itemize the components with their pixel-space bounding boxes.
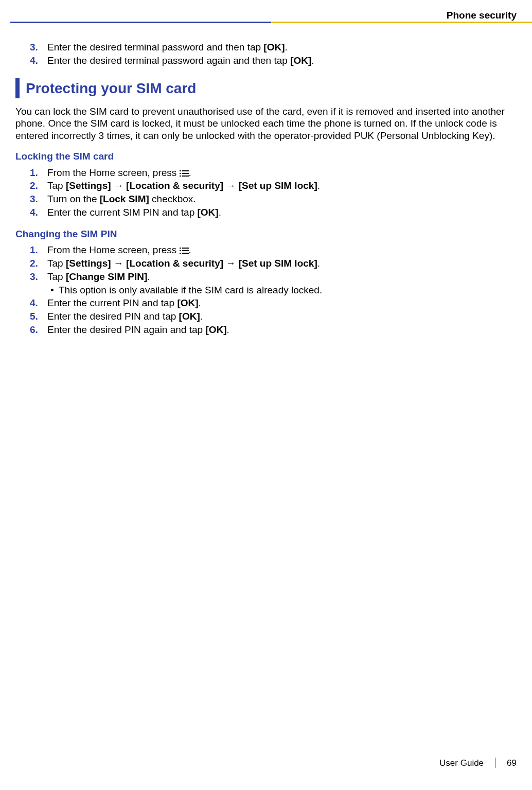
list-item: 3. Turn on the [Lock SIM] checkbox.	[15, 193, 517, 205]
menu-icon	[180, 247, 189, 254]
step-text: .	[147, 271, 150, 282]
svg-rect-4	[180, 175, 181, 177]
step-number: 6.	[30, 324, 38, 336]
step-text: Turn on the	[47, 194, 100, 204]
step-text: Tap	[47, 271, 66, 282]
step-text: checkbox.	[149, 194, 196, 204]
arrow-icon: →	[223, 180, 239, 191]
ui-label: [Location & security]	[126, 258, 223, 269]
list-item: 2. Tap [Settings] → [Location & security…	[15, 180, 517, 192]
ui-label: [OK]	[197, 207, 218, 218]
step-text: Enter the current SIM PIN and tap	[47, 207, 197, 218]
list-item: 5. Enter the desired PIN and tap [OK].	[15, 310, 517, 323]
step-text: Tap	[47, 180, 66, 191]
list-item: 4. Enter the current PIN and tap [OK].	[15, 297, 517, 309]
step-text: .	[227, 324, 229, 335]
step-text: From the Home screen, press	[47, 167, 180, 178]
ui-label: [Settings]	[66, 180, 111, 191]
list-item: 1. From the Home screen, press .	[15, 244, 517, 256]
locking-step-list: 1. From the Home screen, press . 2. Tap …	[15, 167, 517, 219]
page-content: 3. Enter the desired terminal password a…	[15, 40, 517, 345]
ui-label: [OK]	[290, 55, 311, 66]
step-number: 5.	[30, 310, 38, 323]
step-text: Enter the desired terminal password and …	[47, 42, 263, 52]
section-heading-wrap: Protecting your SIM card	[15, 78, 517, 98]
ui-label: [OK]	[263, 42, 285, 52]
step-number: 3.	[30, 193, 38, 205]
step-text: .	[199, 297, 201, 308]
list-item: 3. Tap [Change SIM PIN]. This option is …	[15, 271, 517, 296]
arrow-icon: →	[223, 258, 239, 269]
svg-rect-1	[182, 170, 189, 171]
svg-rect-10	[180, 253, 181, 254]
footer-page-number: 69	[507, 758, 517, 768]
step-text: .	[189, 167, 191, 178]
section-accent-bar	[15, 78, 20, 98]
ui-label: [Settings]	[66, 258, 111, 269]
ui-label: [OK]	[179, 311, 200, 322]
footer-label: User Guide	[439, 758, 484, 768]
header-section-title: Phone security	[447, 9, 517, 22]
step-number: 4.	[30, 55, 38, 67]
svg-rect-6	[180, 248, 181, 249]
step-text: .	[219, 207, 221, 218]
step-text: Enter the desired PIN and tap	[47, 311, 179, 322]
step-text: Enter the desired PIN again and tap	[47, 324, 205, 335]
step-number: 3.	[30, 41, 38, 54]
page-footer: User Guide 69	[439, 758, 517, 768]
step-text: Tap	[47, 258, 66, 269]
step-number: 4.	[30, 297, 38, 309]
menu-icon	[180, 170, 189, 177]
ui-label: [Change SIM PIN]	[66, 271, 147, 282]
ui-label: [Set up SIM lock]	[239, 180, 317, 191]
step-number: 3.	[30, 271, 38, 283]
step-text: Enter the desired terminal password agai…	[47, 55, 290, 66]
step-number: 1.	[30, 244, 38, 256]
step-number: 2.	[30, 180, 38, 192]
arrow-icon: →	[111, 258, 127, 269]
svg-rect-3	[182, 173, 189, 174]
note-bullet-list: This option is only available if the SIM…	[47, 284, 517, 296]
step-text: .	[189, 244, 191, 255]
step-number: 1.	[30, 167, 38, 179]
svg-rect-2	[180, 173, 181, 174]
step-text: .	[200, 311, 203, 322]
header-rule	[10, 22, 532, 23]
list-item: 6. Enter the desired PIN again and tap […	[15, 324, 517, 336]
svg-rect-7	[182, 248, 189, 249]
svg-rect-11	[182, 253, 189, 254]
step-text: Enter the current PIN and tap	[47, 297, 177, 308]
svg-rect-9	[182, 250, 189, 251]
ui-label: [Set up SIM lock]	[239, 258, 317, 269]
step-text: From the Home screen, press	[47, 244, 180, 255]
svg-rect-8	[180, 250, 181, 251]
subheading-changing: Changing the SIM PIN	[15, 228, 517, 240]
intro-paragraph: You can lock the SIM card to prevent una…	[15, 106, 517, 142]
step-number: 4.	[30, 206, 38, 219]
svg-rect-5	[182, 175, 189, 177]
list-item: 3. Enter the desired terminal password a…	[15, 41, 517, 54]
list-item: 4. Enter the current SIM PIN and tap [OK…	[15, 206, 517, 219]
list-item: 1. From the Home screen, press .	[15, 167, 517, 179]
list-item: 4. Enter the desired terminal password a…	[15, 55, 517, 67]
step-text: .	[317, 258, 320, 269]
list-item: 2. Tap [Settings] → [Location & security…	[15, 257, 517, 270]
changing-step-list: 1. From the Home screen, press . 2. Tap …	[15, 244, 517, 336]
arrow-icon: →	[111, 180, 127, 191]
ui-label: [OK]	[177, 297, 198, 308]
subheading-locking: Locking the SIM card	[15, 150, 517, 163]
note-bullet: This option is only available if the SIM…	[47, 284, 517, 296]
ui-label: [OK]	[205, 324, 226, 335]
step-text: .	[311, 55, 314, 66]
svg-rect-0	[180, 170, 181, 171]
step-text: .	[285, 42, 288, 52]
ui-label: [Location & security]	[126, 180, 223, 191]
section-heading: Protecting your SIM card	[26, 78, 196, 98]
step-text: .	[317, 180, 320, 191]
footer-divider	[495, 758, 495, 768]
ui-label: [Lock SIM]	[100, 194, 149, 204]
continued-step-list: 3. Enter the desired terminal password a…	[15, 41, 517, 67]
step-number: 2.	[30, 257, 38, 270]
